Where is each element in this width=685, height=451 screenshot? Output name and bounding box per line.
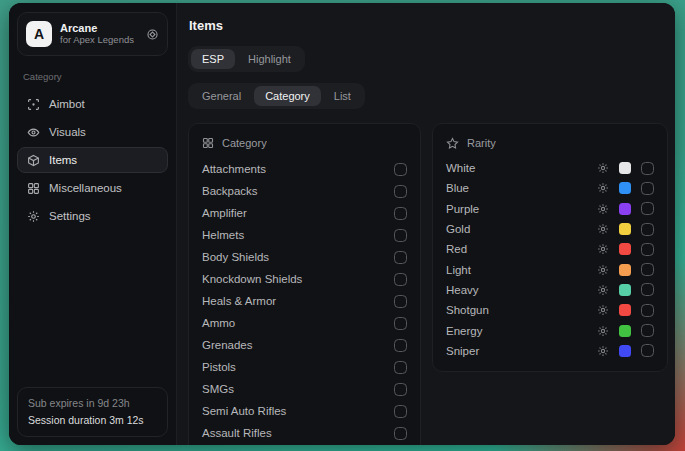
color-swatch[interactable] — [619, 223, 631, 235]
category-checkbox[interactable] — [394, 361, 407, 374]
category-row: Semi Auto Rifles — [202, 400, 407, 422]
rarity-row: Purple — [446, 199, 654, 219]
rarity-checkbox[interactable] — [641, 182, 654, 195]
brand-card: A Arcane for Apex Legends — [17, 12, 168, 56]
page-title: Items — [189, 18, 669, 33]
category-row: Backpacks — [202, 180, 407, 202]
rarity-panel: Rarity White Blue Purple — [432, 123, 668, 372]
rarity-checkbox[interactable] — [641, 202, 654, 215]
category-label: Backpacks — [202, 185, 394, 197]
category-row: Body Shields — [202, 246, 407, 268]
gear-icon[interactable] — [597, 223, 609, 235]
tab-list[interactable]: List — [323, 86, 362, 106]
category-checkbox[interactable] — [394, 163, 407, 176]
mode-tab-group: ESP Highlight — [188, 46, 305, 72]
gear-icon[interactable] — [597, 182, 609, 194]
rarity-label: White — [446, 162, 597, 174]
rarity-row: Sniper — [446, 341, 654, 361]
rarity-checkbox[interactable] — [641, 263, 654, 276]
category-label: Ammo — [202, 317, 394, 329]
gear-icon[interactable] — [597, 325, 609, 337]
rarity-checkbox[interactable] — [641, 223, 654, 236]
rarity-checkbox[interactable] — [641, 243, 654, 256]
gear-icon[interactable] — [597, 284, 609, 296]
color-swatch[interactable] — [619, 325, 631, 337]
category-label: Knockdown Shields — [202, 273, 394, 285]
sidebar-item-settings[interactable]: Settings — [17, 203, 168, 229]
sidebar-item-label: Visuals — [49, 126, 86, 138]
category-label: Heals & Armor — [202, 295, 394, 307]
category-checkbox[interactable] — [394, 295, 407, 308]
color-swatch[interactable] — [619, 304, 631, 316]
category-checkbox[interactable] — [394, 383, 407, 396]
color-swatch[interactable] — [619, 284, 631, 296]
category-checkbox[interactable] — [394, 427, 407, 440]
gear-icon[interactable] — [597, 345, 609, 357]
rarity-checkbox[interactable] — [641, 324, 654, 337]
gear-icon[interactable] — [597, 264, 609, 276]
category-checkbox[interactable] — [394, 207, 407, 220]
category-grid-icon — [202, 137, 214, 149]
category-checkbox[interactable] — [394, 339, 407, 352]
color-swatch[interactable] — [619, 182, 631, 194]
sidebar: A Arcane for Apex Legends Category Aimbo — [9, 3, 177, 445]
category-checkbox[interactable] — [394, 251, 407, 264]
category-label: Attachments — [202, 163, 394, 175]
sidebar-item-miscellaneous[interactable]: Miscellaneous — [17, 175, 168, 201]
rarity-checkbox[interactable] — [641, 304, 654, 317]
brand-name: Arcane — [60, 22, 138, 35]
sidebar-item-label: Settings — [49, 210, 91, 222]
brand-subtitle: for Apex Legends — [60, 35, 138, 46]
main-content: Items ESP Highlight General Category Lis… — [177, 3, 675, 445]
category-row: SMGs — [202, 378, 407, 400]
sidebar-item-visuals[interactable]: Visuals — [17, 119, 168, 145]
category-checkbox[interactable] — [394, 229, 407, 242]
rarity-row: Gold — [446, 219, 654, 239]
rarity-row: White — [446, 158, 654, 178]
rarity-label: Shotgun — [446, 304, 597, 316]
category-checkbox[interactable] — [394, 317, 407, 330]
category-checkbox[interactable] — [394, 273, 407, 286]
rarity-label: Blue — [446, 182, 597, 194]
rarity-label: Heavy — [446, 284, 597, 296]
gear-icon[interactable] — [597, 243, 609, 255]
category-label: SMGs — [202, 383, 394, 395]
category-row: Ammo — [202, 312, 407, 334]
category-checkbox[interactable] — [394, 185, 407, 198]
app-window: A Arcane for Apex Legends Category Aimbo — [9, 3, 675, 445]
sidebar-section-label: Category — [23, 71, 162, 82]
color-swatch[interactable] — [619, 264, 631, 276]
color-swatch[interactable] — [619, 162, 631, 174]
tab-general[interactable]: General — [191, 86, 252, 106]
crosshair-icon[interactable] — [146, 28, 159, 41]
gear-icon[interactable] — [597, 162, 609, 174]
star-icon — [446, 137, 459, 150]
color-swatch[interactable] — [619, 243, 631, 255]
category-row: Attachments — [202, 158, 407, 180]
gear-icon[interactable] — [597, 203, 609, 215]
sidebar-item-aimbot[interactable]: Aimbot — [17, 91, 168, 117]
rarity-row: Light — [446, 259, 654, 279]
color-swatch[interactable] — [619, 345, 631, 357]
category-panel-title: Category — [222, 137, 267, 149]
rarity-checkbox[interactable] — [641, 344, 654, 357]
category-label: Body Shields — [202, 251, 394, 263]
category-label: Pistols — [202, 361, 394, 373]
tab-highlight[interactable]: Highlight — [237, 49, 302, 69]
grid-icon — [26, 182, 40, 195]
gear-icon[interactable] — [597, 304, 609, 316]
session-info-box: Sub expires in 9d 23h Session duration 3… — [17, 387, 168, 437]
rarity-checkbox[interactable] — [641, 283, 654, 296]
color-swatch[interactable] — [619, 203, 631, 215]
eye-icon — [26, 126, 40, 139]
tab-category[interactable]: Category — [254, 86, 321, 106]
category-row: Assault Rifles — [202, 422, 407, 444]
category-checkbox[interactable] — [394, 405, 407, 418]
category-row: Pistols — [202, 356, 407, 378]
category-row: Amplifier — [202, 202, 407, 224]
tab-esp[interactable]: ESP — [191, 49, 235, 69]
category-row: Grenades — [202, 334, 407, 356]
rarity-checkbox[interactable] — [641, 162, 654, 175]
category-row: Knockdown Shields — [202, 268, 407, 290]
sidebar-item-items[interactable]: Items — [17, 147, 168, 173]
